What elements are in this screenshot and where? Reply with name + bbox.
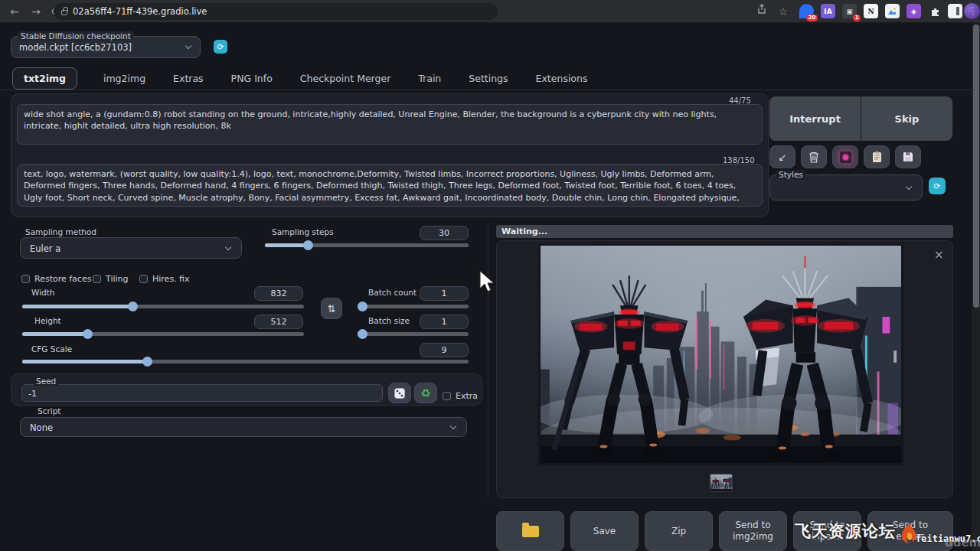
seed-label: Seed: [34, 377, 58, 386]
sampling-method-value: Euler a: [30, 243, 60, 254]
reuse-seed-button[interactable]: ♻: [414, 383, 437, 403]
seed-input[interactable]: -1: [21, 384, 383, 402]
height-label: Height: [32, 316, 64, 325]
clear-prompt-button[interactable]: [801, 145, 827, 168]
sampling-method-label: Sampling method: [23, 227, 99, 236]
checkpoint-refresh-button[interactable]: ⟳: [214, 40, 227, 54]
paste-params-button[interactable]: ↙: [769, 145, 795, 168]
address-bar[interactable]: 02a56ff4-71ff-439e.gradio.live: [54, 3, 498, 20]
sampling-steps-slider[interactable]: [265, 243, 469, 247]
page-scrollbar[interactable]: [972, 23, 980, 551]
chevron-down-icon: [185, 43, 191, 49]
tab-settings[interactable]: Settings: [467, 68, 509, 89]
checkbox-icon: [139, 275, 148, 283]
save-style-button[interactable]: [895, 145, 921, 168]
tab-checkpoint-merger[interactable]: Checkpoint Merger: [299, 68, 392, 89]
batch-count-value[interactable]: 1: [420, 286, 469, 301]
hires-fix-checkbox[interactable]: Hires. fix: [139, 270, 190, 285]
zip-button[interactable]: Zip: [645, 511, 713, 551]
clipboard-icon: [872, 152, 882, 163]
width-slider[interactable]: [22, 305, 304, 308]
styles-refresh-button[interactable]: ⟳: [929, 178, 946, 194]
restore-faces-checkbox[interactable]: Restore faces: [21, 270, 91, 285]
styles-label: Styles: [776, 170, 805, 179]
floppy-disk-icon: [903, 152, 913, 162]
flame-logo-icon: [897, 522, 920, 545]
chevron-down-icon: [225, 244, 231, 250]
width-value[interactable]: 832: [254, 286, 303, 301]
ext-image-icon[interactable]: [885, 4, 900, 18]
main-tabs: txt2img img2img Extras PNG Info Checkpoi…: [12, 67, 589, 90]
skip-button[interactable]: Skip: [861, 96, 952, 141]
progress-bar: Waiting...: [496, 225, 953, 238]
tab-extensions[interactable]: Extensions: [534, 68, 590, 89]
bookmark-star-icon[interactable]: ☆: [775, 3, 792, 20]
send-to-img2img-button[interactable]: Send to img2img: [719, 511, 787, 551]
progress-status-text: Waiting...: [496, 227, 547, 236]
tab-train[interactable]: Train: [416, 68, 443, 89]
column-divider: [488, 222, 488, 497]
tiling-checkbox[interactable]: Tiling: [93, 270, 129, 285]
trash-icon: [808, 152, 819, 163]
batch-count-label: Batch count: [366, 288, 419, 297]
cfg-scale-label: CFG Scale: [29, 344, 74, 354]
open-folder-button[interactable]: [496, 511, 564, 551]
extra-seed-checkbox[interactable]: Extra: [443, 387, 478, 402]
checkbox-icon: [93, 275, 101, 283]
tab-png-info[interactable]: PNG Info: [230, 68, 274, 89]
back-icon[interactable]: ←: [6, 3, 23, 20]
gallery-thumbnail[interactable]: [710, 474, 733, 492]
ext-purple-icon[interactable]: ◈: [906, 4, 921, 18]
ext-camera-icon[interactable]: ▣ 1: [842, 4, 857, 18]
tab-txt2img[interactable]: txt2img: [12, 67, 77, 90]
batch-count-slider[interactable]: [358, 305, 469, 308]
height-value[interactable]: 512: [254, 315, 303, 329]
folder-icon: [522, 526, 539, 537]
tab-extras[interactable]: Extras: [172, 68, 205, 89]
checkbox-icon: [21, 275, 30, 283]
stable-diffusion-webui: ← → ⟳ 02a56ff4-71ff-439e.gradio.live ☆ 2…: [0, 0, 980, 551]
url-text[interactable]: 02a56ff4-71ff-439e.gradio.live: [73, 6, 207, 17]
watermark-chinese-text: 飞天资源论坛: [795, 520, 896, 542]
script-dropdown[interactable]: None: [20, 417, 467, 437]
mouse-cursor: [479, 270, 496, 293]
generated-image[interactable]: [538, 243, 903, 465]
ext-notion-icon[interactable]: N: [864, 4, 878, 18]
ext-pin-icon[interactable]: 20: [799, 4, 814, 18]
watermark-udemy-text: udemy: [945, 536, 980, 549]
sampling-method-dropdown[interactable]: Euler a: [20, 237, 242, 259]
pin-badge: 20: [806, 15, 818, 21]
tabs-divider: [0, 90, 974, 90]
seed-value: -1: [28, 389, 37, 399]
swap-dimensions-button[interactable]: ⇅: [321, 298, 342, 319]
ext-ia-icon[interactable]: IA: [821, 4, 835, 18]
ext-sidepanel-icon[interactable]: [948, 4, 962, 18]
height-slider[interactable]: [22, 332, 304, 336]
sampling-steps-value[interactable]: 30: [420, 226, 469, 240]
share-icon[interactable]: [753, 3, 770, 20]
cfg-scale-value[interactable]: 9: [420, 343, 469, 357]
batch-size-label: Batch size: [366, 316, 412, 325]
checkpoint-label: Stable Diffusion checkpoint: [18, 31, 133, 41]
width-label: Width: [29, 288, 57, 297]
apply-style-button[interactable]: [864, 145, 890, 168]
chevron-down-icon: [906, 184, 912, 190]
extra-networks-button[interactable]: [832, 145, 858, 168]
batch-size-slider[interactable]: [358, 332, 469, 336]
browser-menu-icon[interactable]: ⋮: [968, 2, 978, 19]
interrupt-button[interactable]: Interrupt: [769, 96, 861, 141]
checkbox-icon: [443, 392, 451, 400]
forward-icon[interactable]: →: [28, 3, 44, 20]
extensions-puzzle-icon[interactable]: [928, 4, 942, 18]
batch-size-value[interactable]: 1: [420, 315, 469, 329]
cfg-scale-slider[interactable]: [22, 360, 469, 364]
lock-icon: [61, 10, 67, 15]
tab-img2img[interactable]: img2img: [102, 68, 147, 89]
negative-prompt-input[interactable]: text, logo, watermark, (worst quality, l…: [17, 164, 763, 207]
save-button[interactable]: Save: [570, 511, 639, 551]
swap-arrows-icon: ⇅: [328, 303, 336, 315]
close-icon[interactable]: ×: [934, 248, 944, 262]
random-seed-button[interactable]: [388, 383, 411, 403]
chevron-down-icon: [450, 423, 456, 429]
prompt-input[interactable]: wide shot angle, a (gundam:0.8) robot st…: [17, 104, 763, 145]
